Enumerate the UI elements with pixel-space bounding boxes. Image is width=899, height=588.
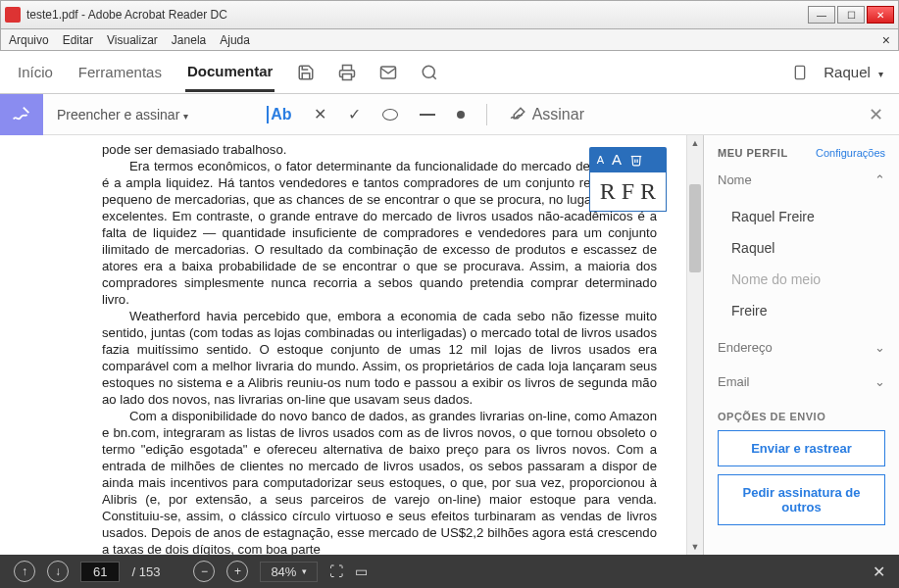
sign-button[interactable]: Assinar bbox=[509, 106, 584, 123]
check-tool-icon[interactable]: ✓ bbox=[348, 105, 361, 123]
status-bar: ↑ ↓ 61 / 153 − + 84%▾ ⛶ ▭ ✕ bbox=[0, 555, 899, 588]
signature-field[interactable]: R F R bbox=[589, 172, 667, 212]
pedir-assinatura-button[interactable]: Pedir assinatura de outros bbox=[718, 474, 885, 525]
side-panel: MEU PERFIL Configurações Nome ⌃ Raquel F… bbox=[703, 135, 899, 555]
print-icon[interactable] bbox=[337, 63, 357, 82]
endereco-label: Endereço bbox=[718, 340, 773, 355]
document-viewport[interactable]: pode ser demasiado trabalhoso. Era termo… bbox=[0, 135, 686, 555]
statusbar-close-icon[interactable]: ✕ bbox=[873, 563, 885, 581]
paragraph: Era termos econômicos, o fator determina… bbox=[102, 158, 657, 308]
scroll-up-icon[interactable]: ▲ bbox=[687, 135, 703, 151]
menu-janela[interactable]: Janela bbox=[172, 33, 206, 47]
zoom-dropdown[interactable]: 84%▾ bbox=[260, 562, 318, 582]
document-text: pode ser demasiado trabalhoso. Era termo… bbox=[0, 135, 686, 555]
caret-down-icon: ▾ bbox=[183, 111, 188, 122]
annotation-toolbar: A A bbox=[589, 147, 667, 172]
text-size-large-icon[interactable]: A bbox=[612, 151, 622, 168]
profile-middlename[interactable]: Nome do meio bbox=[727, 264, 885, 295]
zoom-out-button[interactable]: − bbox=[193, 561, 215, 582]
enviar-rastrear-button[interactable]: Enviar e rastrear bbox=[718, 430, 885, 466]
profile-title: MEU PERFIL bbox=[718, 147, 788, 159]
menubar: Arquivo Editar Visualizar Janela Ajuda × bbox=[0, 29, 899, 51]
sign-button-label: Assinar bbox=[532, 106, 584, 123]
email-expander[interactable]: Email ⌄ bbox=[718, 368, 885, 395]
main-area: pode ser demasiado trabalhoso. Era termo… bbox=[0, 135, 899, 555]
nome-list: Raquel Freire Raquel Nome do meio Freire bbox=[718, 201, 885, 326]
page-down-button[interactable]: ↓ bbox=[47, 561, 69, 582]
svg-rect-0 bbox=[343, 74, 352, 79]
cross-tool-icon[interactable]: ✕ bbox=[314, 105, 326, 123]
svg-rect-4 bbox=[796, 66, 805, 78]
page-up-button[interactable]: ↑ bbox=[14, 561, 35, 582]
signature-icon bbox=[509, 106, 526, 123]
search-icon[interactable] bbox=[420, 63, 439, 82]
nome-expander[interactable]: Nome ⌃ bbox=[718, 167, 885, 193]
line-tool-icon[interactable] bbox=[420, 114, 435, 116]
text-size-small-icon[interactable]: A bbox=[597, 154, 604, 166]
dot-tool-icon[interactable] bbox=[457, 111, 465, 119]
menu-arquivo[interactable]: Arquivo bbox=[9, 33, 49, 47]
menu-visualizar[interactable]: Visualizar bbox=[107, 33, 158, 47]
page-total: / 153 bbox=[131, 564, 160, 579]
close-button[interactable]: ✕ bbox=[867, 6, 894, 24]
menu-ajuda[interactable]: Ajuda bbox=[220, 33, 250, 47]
window-titlebar: teste1.pdf - Adobe Acrobat Reader DC — ☐… bbox=[0, 0, 899, 29]
save-icon[interactable] bbox=[296, 63, 316, 82]
zoom-in-button[interactable]: + bbox=[226, 561, 248, 582]
maximize-button[interactable]: ☐ bbox=[837, 6, 865, 24]
user-menu[interactable]: Raquel ▾ bbox=[824, 64, 883, 80]
scrollbar-thumb[interactable] bbox=[689, 184, 701, 272]
email-icon[interactable] bbox=[378, 63, 398, 82]
svg-point-2 bbox=[424, 66, 435, 77]
tab-inicio[interactable]: Início bbox=[16, 54, 55, 90]
vertical-scrollbar[interactable]: ▲ ▼ bbox=[686, 135, 703, 555]
fit-page-icon[interactable]: ▭ bbox=[355, 564, 368, 579]
text-tool-icon[interactable]: Ab bbox=[267, 106, 291, 123]
fillsign-close-icon[interactable]: ✕ bbox=[869, 104, 883, 125]
mobile-icon[interactable] bbox=[790, 63, 810, 82]
endereco-expander[interactable]: Endereço ⌄ bbox=[718, 334, 885, 361]
profile-lastname[interactable]: Freire bbox=[727, 295, 885, 326]
fillsign-dropdown[interactable]: Preencher e assinar▾ bbox=[57, 107, 188, 122]
profile-fullname[interactable]: Raquel Freire bbox=[727, 201, 885, 232]
menubar-close-icon[interactable]: × bbox=[882, 32, 890, 48]
separator bbox=[486, 104, 487, 125]
menu-editar[interactable]: Editar bbox=[63, 33, 93, 47]
window-title: teste1.pdf - Adobe Acrobat Reader DC bbox=[26, 8, 806, 22]
paragraph: Weatherford havia percebido que, embora … bbox=[102, 308, 657, 408]
fit-width-icon[interactable]: ⛶ bbox=[329, 564, 343, 579]
delete-icon[interactable] bbox=[629, 153, 643, 167]
nome-label: Nome bbox=[718, 172, 752, 187]
primary-toolbar: Início Ferramentas Documentar Raquel ▾ bbox=[0, 51, 899, 94]
config-link[interactable]: Configurações bbox=[816, 147, 885, 159]
scroll-down-icon[interactable]: ▼ bbox=[687, 539, 703, 555]
paragraph: Com a disponibilidade do novo banco de d… bbox=[102, 408, 657, 555]
app-icon bbox=[5, 7, 21, 23]
fillsign-badge-icon bbox=[0, 94, 43, 135]
paragraph: pode ser demasiado trabalhoso. bbox=[102, 141, 657, 158]
caret-down-icon: ▾ bbox=[878, 69, 883, 79]
profile-firstname[interactable]: Raquel bbox=[727, 232, 885, 264]
fillsign-label-text: Preencher e assinar bbox=[57, 107, 179, 122]
svg-line-3 bbox=[433, 75, 436, 78]
fillsign-toolbar: Preencher e assinar▾ Ab ✕ ✓ Assinar ✕ bbox=[0, 94, 899, 135]
tab-ferramentas[interactable]: Ferramentas bbox=[76, 54, 164, 90]
signature-annotation[interactable]: A A R F R bbox=[589, 147, 667, 212]
minimize-button[interactable]: — bbox=[808, 6, 835, 24]
chevron-up-icon: ⌃ bbox=[874, 172, 885, 187]
caret-down-icon: ▾ bbox=[302, 566, 307, 576]
opcoes-title: OPÇÕES DE ENVIO bbox=[718, 411, 885, 422]
zoom-value: 84% bbox=[271, 564, 296, 579]
circle-tool-icon[interactable] bbox=[382, 109, 398, 121]
email-label: Email bbox=[718, 374, 750, 389]
page-number-input[interactable]: 61 bbox=[80, 562, 120, 582]
chevron-down-icon: ⌄ bbox=[874, 374, 885, 389]
chevron-down-icon: ⌄ bbox=[874, 340, 885, 355]
tab-documentar[interactable]: Documentar bbox=[185, 53, 275, 92]
user-name: Raquel bbox=[824, 64, 871, 80]
